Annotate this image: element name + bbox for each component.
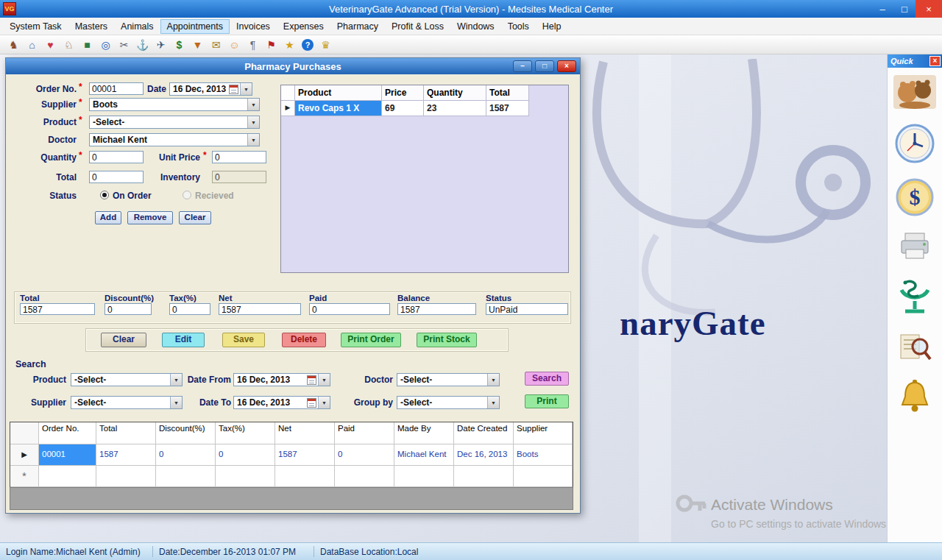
clock-shortcut[interactable]	[895, 124, 935, 166]
search-product-select[interactable]: -Select- ▼	[71, 373, 183, 386]
menu-item-invoices[interactable]: Invoices	[230, 19, 277, 34]
cell-total[interactable]: 1587	[486, 101, 529, 116]
plane-icon[interactable]: ✈	[155, 38, 167, 52]
column-header-supplier[interactable]: Supplier	[514, 422, 573, 444]
cell-total[interactable]: 1587	[96, 444, 156, 466]
date-from-picker[interactable]: 16 Dec, 2013 ▼	[233, 373, 330, 386]
received-radio[interactable]	[183, 191, 191, 199]
health-icon[interactable]: ♥	[44, 38, 57, 52]
chevron-down-icon[interactable]: ▼	[487, 374, 499, 386]
edit-button[interactable]: Edit	[162, 333, 205, 347]
search-shortcut[interactable]	[898, 331, 932, 366]
empty-cell[interactable]	[335, 466, 394, 487]
help-icon[interactable]: ?	[302, 39, 314, 51]
empty-cell[interactable]	[96, 466, 156, 487]
flag-icon[interactable]: ⚑	[265, 38, 277, 52]
date-to-picker[interactable]: 16 Dec, 2013 ▼	[233, 396, 330, 409]
menu-item-masters[interactable]: Masters	[68, 19, 114, 34]
star-icon[interactable]: ★	[283, 38, 296, 52]
date-picker[interactable]: 16 Dec, 2013 ▼	[169, 82, 252, 96]
column-header-order-no[interactable]: Order No.	[39, 422, 96, 444]
print-order-button[interactable]: Print Order	[341, 333, 401, 347]
cell-supplier[interactable]: Boots	[514, 444, 573, 466]
cell-tax[interactable]: 0	[216, 444, 275, 466]
grand-total-field[interactable]: 1587	[20, 303, 95, 315]
net-field[interactable]: 1587	[219, 303, 301, 315]
pharmacy-shortcut[interactable]	[895, 277, 935, 319]
cell-price[interactable]: 69	[382, 101, 424, 116]
download-icon[interactable]: ▼	[191, 38, 204, 52]
grooming-icon[interactable]: ✂	[118, 38, 130, 52]
column-header-made-by[interactable]: Made By	[394, 422, 454, 444]
search-button[interactable]: Search	[525, 372, 569, 386]
chevron-down-icon[interactable]: ▼	[170, 374, 182, 386]
dialog-minimize-button[interactable]: –	[513, 60, 532, 72]
billing-shortcut[interactable]: $	[896, 178, 934, 219]
print-stock-button[interactable]: Print Stock	[417, 333, 477, 347]
tax-field[interactable]: 0	[169, 303, 210, 315]
clear-line-button[interactable]: Clear	[179, 211, 211, 224]
chevron-down-icon[interactable]: ▼	[318, 397, 330, 408]
chevron-down-icon[interactable]: ▼	[247, 116, 259, 128]
cell-discount[interactable]: 0	[156, 444, 216, 466]
empty-cell[interactable]	[454, 466, 514, 487]
menu-item-animals[interactable]: Animals	[114, 19, 160, 34]
column-header-discount[interactable]: Discount(%)	[156, 422, 216, 444]
menu-item-pharmacy[interactable]: Pharmacy	[330, 19, 385, 34]
paid-field[interactable]: 0	[309, 303, 390, 315]
menu-item-expenses[interactable]: Expenses	[277, 19, 330, 34]
smiley-icon[interactable]: ☺	[228, 38, 241, 52]
printer-shortcut[interactable]	[898, 231, 932, 265]
empty-cell[interactable]	[39, 466, 96, 487]
chevron-down-icon[interactable]: ▼	[487, 397, 499, 408]
pet-icon[interactable]: ♘	[63, 38, 75, 52]
cell-net[interactable]: 1587	[275, 444, 335, 466]
empty-cell[interactable]	[156, 466, 216, 487]
dialog-titlebar[interactable]: Pharmacy Purchases – □ ×	[6, 58, 580, 74]
doctor-select[interactable]: Michael Kent ▼	[89, 133, 260, 146]
new-row-selector-cell[interactable]: *	[10, 466, 39, 487]
menu-item-profit-loss[interactable]: Profit & Loss	[385, 19, 450, 34]
chevron-down-icon[interactable]: ▼	[247, 134, 259, 146]
cell-paid[interactable]: 0	[335, 444, 394, 466]
column-header-quantity[interactable]: Quantity	[424, 85, 486, 101]
remove-button[interactable]: Remove	[127, 211, 173, 224]
reminder-shortcut[interactable]	[899, 378, 931, 418]
column-header-product[interactable]: Product	[295, 85, 382, 101]
print-results-button[interactable]: Print	[525, 394, 569, 408]
unit-price-field[interactable]: 0	[212, 151, 266, 163]
chevron-down-icon[interactable]: ▼	[318, 374, 330, 386]
reports-icon[interactable]: ■	[81, 38, 93, 52]
menu-item-windows[interactable]: Windows	[450, 19, 501, 34]
cell-product[interactable]: Revo Caps 1 X	[295, 101, 382, 116]
order-no-field[interactable]: 00001	[89, 82, 144, 95]
save-button[interactable]: Save	[222, 333, 265, 347]
table-row[interactable]: ▶ Revo Caps 1 X 69 23 1587	[281, 101, 568, 116]
column-header-price[interactable]: Price	[382, 85, 424, 101]
row-selector-cell[interactable]: ▶	[10, 444, 39, 466]
column-header-net[interactable]: Net	[275, 422, 335, 444]
lamp-icon[interactable]: ♛	[319, 38, 332, 52]
dialog-close-button[interactable]: ×	[557, 60, 576, 72]
row-selector-cell[interactable]: ▶	[281, 101, 295, 116]
close-button[interactable]: ×	[916, 0, 942, 18]
table-row[interactable]: ▶ 00001 1587 0 0 1587 0 Michael Kent Dec…	[10, 444, 573, 466]
empty-cell[interactable]	[514, 466, 573, 487]
delete-button[interactable]: Delete	[282, 333, 326, 347]
menu-item-system-task[interactable]: System Task	[3, 19, 68, 34]
menu-item-appointments[interactable]: Appointments	[160, 19, 230, 34]
globe-icon[interactable]: ◎	[99, 38, 112, 52]
maximize-button[interactable]: □	[893, 0, 916, 18]
on-order-radio[interactable]	[100, 191, 109, 199]
pets-photo-shortcut[interactable]	[893, 75, 936, 112]
anchor-icon[interactable]: ⚓	[136, 38, 149, 52]
dialog-maximize-button[interactable]: □	[535, 60, 554, 72]
column-header-total[interactable]: Total	[486, 85, 529, 101]
balance-field[interactable]: 1587	[397, 303, 476, 315]
search-supplier-select[interactable]: -Select- ▼	[71, 396, 183, 409]
minimize-button[interactable]: –	[871, 0, 893, 18]
menu-item-tools[interactable]: Tools	[501, 19, 536, 34]
column-header-date-created[interactable]: Date Created	[454, 422, 514, 444]
column-header-total[interactable]: Total	[96, 422, 156, 444]
pay-status-field[interactable]: UnPaid	[486, 303, 568, 315]
